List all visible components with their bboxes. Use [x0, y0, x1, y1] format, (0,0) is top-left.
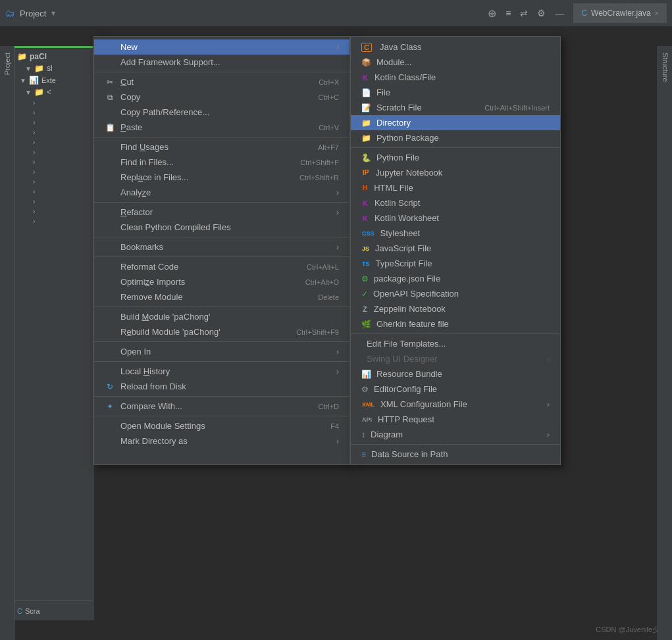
- submenu-directory[interactable]: 📁 Directory: [351, 115, 560, 130]
- submenu-package-json[interactable]: ⚙ package.json File: [351, 271, 560, 286]
- menu-item-local-history[interactable]: Local History ›: [94, 364, 349, 379]
- menu-item-rebuild-module[interactable]: Rebuild Module 'paChong' Ctrl+Shift+F9: [94, 324, 349, 339]
- package-json-icon: ⚙: [361, 274, 369, 283]
- submenu-java-class[interactable]: C Java Class: [351, 39, 560, 55]
- menu-item-bookmarks[interactable]: Bookmarks ›: [94, 239, 349, 255]
- menu-item-clean-python[interactable]: Clean Python Compiled Files: [94, 220, 349, 235]
- chevron-10: ›: [33, 188, 35, 195]
- gherkin-icon: 🌿: [361, 320, 371, 329]
- menu-item-refactor[interactable]: Refactor ›: [94, 205, 349, 220]
- menu-item-copy-path[interactable]: Copy Path/Reference...: [94, 105, 349, 120]
- copy-shortcut: Ctrl+C: [299, 93, 339, 101]
- sidebar-item-project[interactable]: Project: [3, 46, 11, 82]
- menu-item-reload-from-disk[interactable]: ↻ Reload from Disk: [94, 379, 349, 394]
- menu-item-replace-in-files[interactable]: Replace in Files... Ctrl+Shift+R: [94, 170, 349, 185]
- html-icon: H: [361, 184, 369, 191]
- compare-icon: ✦: [105, 402, 115, 411]
- compare-with-shortcut: Ctrl+D: [299, 403, 339, 410]
- tree-sub-item-7[interactable]: ›: [30, 157, 93, 167]
- tree-sub-item-10[interactable]: ›: [30, 187, 93, 197]
- tree-sub-item-11[interactable]: ›: [30, 197, 93, 207]
- settings-icon[interactable]: ⚙: [537, 8, 546, 18]
- submenu-typescript[interactable]: TS TypeScript File: [351, 256, 560, 271]
- project-dropdown-icon[interactable]: ▾: [51, 9, 55, 18]
- tree-sub-item-13[interactable]: ›: [30, 216, 93, 226]
- tree-sub-item-8[interactable]: ›: [30, 167, 93, 177]
- menu-item-remove-module[interactable]: Remove Module Delete: [94, 289, 349, 305]
- gherkin-label: Gherkin feature file: [376, 319, 449, 329]
- submenu-javascript[interactable]: JS JavaScript File: [351, 241, 560, 256]
- list-icon[interactable]: ≡: [505, 8, 511, 18]
- tree-sub-item-5[interactable]: ›: [30, 137, 93, 147]
- scratch-section[interactable]: C Scra: [14, 601, 93, 620]
- menu-item-mark-directory[interactable]: Mark Directory as ›: [94, 433, 349, 449]
- find-usages-label: Find Usages: [120, 142, 168, 152]
- menu-item-add-framework[interactable]: Add Framework Support...: [94, 55, 349, 70]
- tree-sub-item-1[interactable]: ›: [30, 98, 93, 108]
- scratch-icon: C: [17, 607, 22, 615]
- api-icon: API: [361, 416, 373, 423]
- local-history-arrow: ›: [336, 366, 339, 376]
- submenu-file[interactable]: 📄 File: [351, 85, 560, 100]
- tree-sub-item-3[interactable]: ›: [30, 118, 93, 128]
- sidebar-item-structure[interactable]: Structure: [661, 46, 669, 89]
- submenu-zeppelin[interactable]: Z Zeppelin Notebook: [351, 301, 560, 316]
- tab-close-button[interactable]: ×: [655, 9, 659, 17]
- submenu-python-file[interactable]: 🐍 Python File: [351, 150, 560, 165]
- submenu-diagram[interactable]: ↕ Diagram ›: [351, 427, 560, 442]
- submenu-editorconfig[interactable]: ⚙ EditorConfig File: [351, 382, 560, 397]
- submenu-http-request[interactable]: API HTTP Request: [351, 412, 560, 427]
- swing-label: Swing UI Designer: [367, 354, 438, 364]
- tree-item-root[interactable]: 📁 paCl: [14, 51, 93, 62]
- open-in-label: Open In: [120, 347, 151, 357]
- submenu-edit-file-templates[interactable]: Edit File Templates...: [351, 336, 560, 351]
- menu-item-new[interactable]: New ›: [94, 39, 349, 55]
- submenu-openapi[interactable]: ✓ OpenAPI Specification: [351, 286, 560, 301]
- submenu-data-source[interactable]: ≡ Data Source in Path: [351, 447, 560, 462]
- submenu-kotlin-class[interactable]: K Kotlin Class/File: [351, 70, 560, 85]
- xml-icon: XML: [361, 401, 375, 408]
- sort-icon[interactable]: ⇄: [520, 8, 528, 18]
- submenu-xml-config[interactable]: XML XML Configuration File ›: [351, 397, 560, 412]
- menu-item-compare-with[interactable]: ✦ Compare With... Ctrl+D: [94, 399, 349, 414]
- menu-item-optimize-imports[interactable]: Optimize Imports Ctrl+Alt+O: [94, 274, 349, 289]
- minimize-icon[interactable]: —: [555, 8, 564, 18]
- menu-item-copy[interactable]: ⧉ Copy Ctrl+C: [94, 89, 349, 105]
- bookmarks-label: Bookmarks: [120, 242, 163, 252]
- menu-item-open-in[interactable]: Open In ›: [94, 344, 349, 359]
- menu-item-cut[interactable]: ✂ Cut Ctrl+X: [94, 74, 349, 89]
- add-icon[interactable]: ⊕: [488, 7, 496, 20]
- submenu-kotlin-script[interactable]: K Kotlin Script: [351, 195, 560, 210]
- submenu-scratch-file[interactable]: 📝 Scratch File Ctrl+Alt+Shift+Insert: [351, 100, 560, 115]
- menu-item-build-module[interactable]: Build Module 'paChong': [94, 309, 349, 324]
- tree-sub-item-4[interactable]: ›: [30, 128, 93, 137]
- tree-sub-item-6[interactable]: ›: [30, 147, 93, 157]
- context-menu-container: New › Add Framework Support... ✂ Cut Ctr…: [93, 36, 561, 465]
- chevron-12: ›: [33, 208, 35, 215]
- menu-item-paste[interactable]: 📋 Paste Ctrl+V: [94, 120, 349, 135]
- menu-item-open-module-settings[interactable]: Open Module Settings F4: [94, 418, 349, 433]
- menu-item-find-in-files[interactable]: Find in Files... Ctrl+Shift+F: [94, 155, 349, 170]
- tree-sub-item-2[interactable]: ›: [30, 108, 93, 118]
- submenu-jupyter[interactable]: IP Jupyter Notebook: [351, 165, 560, 180]
- menu-item-reformat-code[interactable]: Reformat Code Ctrl+Alt+L: [94, 259, 349, 274]
- python-file-label: Python File: [376, 153, 419, 162]
- submenu-resource-bundle[interactable]: 📊 Resource Bundle: [351, 366, 560, 382]
- tree-sub-item-9[interactable]: ›: [30, 177, 93, 187]
- webcrawler-tab[interactable]: C WebCrawler.java ×: [573, 3, 667, 23]
- mark-directory-label: Mark Directory as: [120, 436, 188, 446]
- submenu-kotlin-worksheet[interactable]: K Kotlin Worksheet: [351, 210, 560, 226]
- submenu-gherkin[interactable]: 🌿 Gherkin feature file: [351, 316, 560, 332]
- java-class-label: Java Class: [380, 42, 422, 52]
- tree-sub-item-12[interactable]: ›: [30, 207, 93, 216]
- tree-item-sl[interactable]: ▼ 📁 sl: [14, 62, 93, 74]
- submenu-stylesheet[interactable]: CSS Stylesheet: [351, 226, 560, 241]
- reformat-code-label: Reformat Code: [120, 262, 178, 272]
- tree-item-external[interactable]: ▼ 📊 Exte: [14, 74, 93, 86]
- submenu-html[interactable]: H HTML File: [351, 180, 560, 195]
- submenu-module[interactable]: 📦 Module...: [351, 55, 560, 70]
- menu-item-analyze[interactable]: Analyze ›: [94, 185, 349, 200]
- menu-item-find-usages[interactable]: Find Usages Alt+F7: [94, 139, 349, 155]
- submenu-python-package[interactable]: 📁 Python Package: [351, 130, 560, 145]
- tree-item-sub[interactable]: ▼ 📁 <: [14, 86, 93, 98]
